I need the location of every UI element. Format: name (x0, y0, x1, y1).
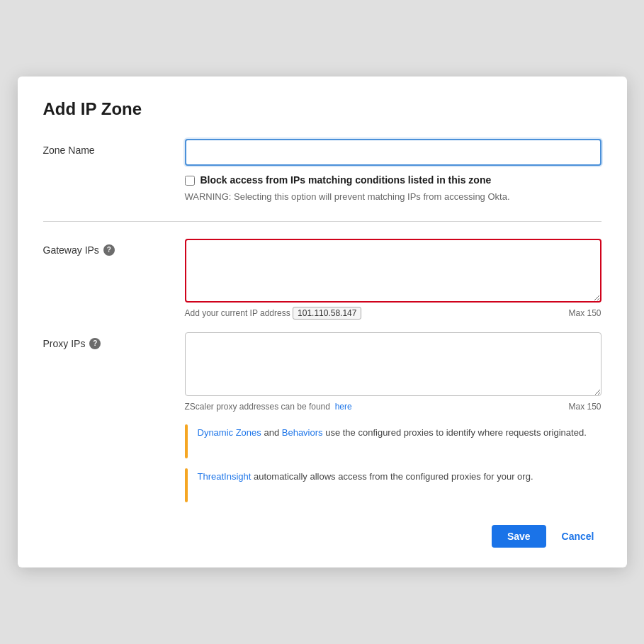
current-ip-badge[interactable]: 101.110.58.147 (293, 307, 361, 320)
proxy-ips-label: Proxy IPs ? (43, 332, 185, 349)
threatinsight-info-text: ThreatInsight automatically allows acces… (198, 468, 533, 485)
gateway-ips-label: Gateway IPs ? (43, 239, 185, 256)
yellow-bar-2 (185, 468, 188, 502)
section-divider (43, 221, 601, 222)
threatinsight-link[interactable]: ThreatInsight (198, 471, 252, 482)
proxy-ips-textarea[interactable] (185, 332, 601, 396)
yellow-bar-1 (185, 424, 188, 458)
proxy-ips-row: Proxy IPs ? ZScaler proxy addresses can … (43, 332, 601, 502)
block-access-row: Block access from IPs matching condition… (185, 174, 601, 186)
zscaler-link[interactable]: here (335, 402, 352, 412)
threatinsight-info-block: ThreatInsight automatically allows acces… (185, 468, 601, 502)
proxy-ips-help-icon[interactable]: ? (89, 338, 101, 349)
block-access-warning: WARNING: Selecting this option will prev… (185, 190, 601, 204)
gateway-ips-hint-text: Add your current IP address 101.110.58.1… (185, 308, 362, 318)
gateway-ips-hint: Add your current IP address 101.110.58.1… (185, 308, 601, 318)
proxy-ips-hint: ZScaler proxy addresses can be found her… (185, 402, 601, 412)
gateway-ips-textarea[interactable] (185, 239, 601, 303)
gateway-ips-row: Gateway IPs ? Add your current IP addres… (43, 239, 601, 318)
footer-row: Save Cancel (43, 525, 601, 548)
gateway-ips-control-wrap: Add your current IP address 101.110.58.1… (185, 239, 601, 318)
proxy-ips-control-wrap: ZScaler proxy addresses can be found her… (185, 332, 601, 502)
cancel-button[interactable]: Cancel (555, 525, 601, 548)
behaviors-link[interactable]: Behaviors (282, 427, 323, 438)
proxy-ips-hint-text: ZScaler proxy addresses can be found her… (185, 402, 352, 412)
dynamic-zones-info-block: Dynamic Zones and Behaviors use the conf… (185, 424, 601, 458)
block-access-label: Block access from IPs matching condition… (200, 174, 492, 186)
zone-name-row: Zone Name Block access from IPs matching… (43, 139, 601, 204)
zone-name-control-wrap: Block access from IPs matching condition… (185, 139, 601, 204)
zone-name-input[interactable] (185, 139, 601, 166)
zone-name-label: Zone Name (43, 139, 185, 156)
proxy-ips-max: Max 150 (568, 402, 601, 412)
gateway-ips-help-icon[interactable]: ? (103, 244, 115, 256)
block-access-checkbox[interactable] (185, 176, 195, 186)
gateway-ips-max: Max 150 (568, 308, 601, 318)
add-ip-zone-modal: Add IP Zone Zone Name Block access from … (18, 77, 627, 567)
dynamic-zones-info-text: Dynamic Zones and Behaviors use the conf… (198, 424, 587, 441)
dynamic-zones-link[interactable]: Dynamic Zones (198, 427, 261, 438)
modal-title: Add IP Zone (43, 99, 601, 119)
save-button[interactable]: Save (492, 525, 546, 548)
